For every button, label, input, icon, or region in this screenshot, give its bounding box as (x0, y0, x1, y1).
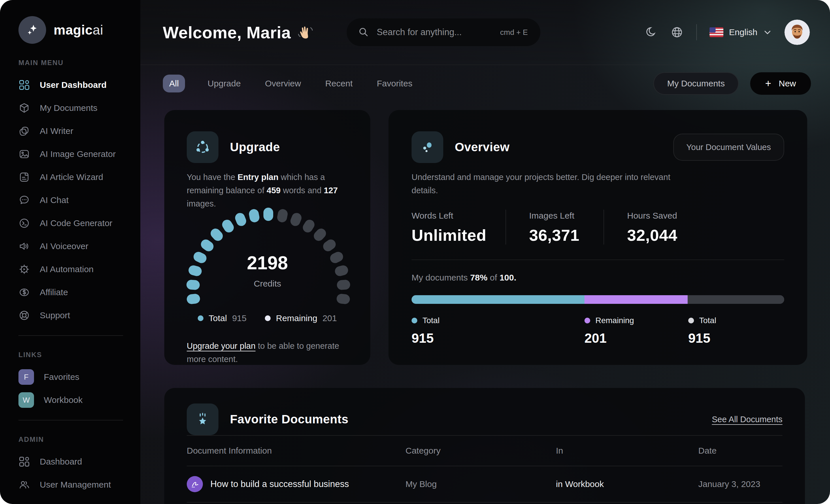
sidebar-item-workbook[interactable]: WWorkbook (19, 392, 124, 408)
article-icon (19, 171, 30, 183)
gauge-dot (312, 226, 328, 243)
tab-recent[interactable]: Recent (323, 75, 354, 93)
filter-tabs: AllUpgradeOverviewRecentFavorites (163, 75, 414, 93)
topbar: Welcome, Maria Search for anything... cm… (140, 0, 830, 65)
upgrade-plan-link[interactable]: Upgrade your plan (187, 341, 256, 350)
progress-title: My documents 78% of 100. (412, 273, 784, 282)
tab-all[interactable]: All (163, 75, 185, 93)
gauge-dot (289, 212, 303, 228)
my-documents-button[interactable]: My Documents (653, 72, 739, 95)
sidebar-item-ai-chat[interactable]: AI Chat (19, 192, 124, 208)
document-title[interactable]: How to build a successful business (211, 479, 349, 489)
favorites-card: Favorite Documents See All Documents Doc… (164, 388, 805, 504)
sidebar-section-label-admin: ADMIN (19, 435, 124, 443)
table-body: How to build a successful businessMy Blo… (187, 466, 783, 503)
globe-button[interactable] (670, 26, 683, 39)
topbar-actions: English (645, 20, 810, 45)
legend-dot (688, 318, 694, 324)
affiliate-dollar-icon (19, 287, 30, 298)
legend-value: 915 (232, 313, 247, 323)
see-all-documents-link[interactable]: See All Documents (712, 415, 783, 424)
table-row[interactable]: How to build a successful businessMy Blo… (187, 466, 783, 503)
sidebar-item-dashboard[interactable]: Dashboard (19, 453, 124, 470)
sidebar-item-user-dashboard[interactable]: User Dashboard (19, 77, 124, 93)
dashboard-grid-icon (19, 456, 30, 467)
stat-label: Words Left (412, 211, 506, 221)
search-input[interactable]: Search for anything... cmd + E (347, 19, 540, 46)
sidebar-item-label: User Dashboard (40, 80, 107, 90)
legend-label: Remaining (596, 316, 634, 325)
gauge-value: 2198 (187, 252, 348, 274)
gauge-dot (336, 293, 350, 304)
scatter-dots-icon (412, 131, 443, 163)
waving-hand-emoji (297, 24, 314, 41)
tabs-row: AllUpgradeOverviewRecentFavorites My Doc… (163, 72, 811, 95)
sidebar-item-ai-writer[interactable]: AI Writer (19, 123, 124, 139)
table-header-document-information: Document Information (187, 446, 406, 456)
dark-mode-toggle[interactable] (645, 26, 658, 39)
sidebar-item-label: AI Writer (40, 126, 73, 136)
sidebar-item-ai-automation[interactable]: AI Automation (19, 261, 124, 278)
progress-legend: Total915Remaining201Total915 (412, 316, 784, 354)
legend-value: 201 (322, 313, 337, 323)
upgrade-card-header: Upgrade (187, 131, 348, 163)
search-placeholder: Search for anything... (377, 27, 493, 37)
sidebar-item-ai-article-wizard[interactable]: AI Article Wizard (19, 169, 124, 186)
sidebar-item-favorites[interactable]: FFavorites (19, 369, 124, 385)
automation-icon (19, 264, 30, 275)
writer-icon (19, 125, 30, 137)
plus-icon: + (765, 78, 771, 89)
tab-overview[interactable]: Overview (263, 75, 302, 93)
stat-label: Images Left (529, 211, 604, 221)
brand-logo[interactable]: magicai (19, 16, 124, 44)
document-values-button[interactable]: Your Document Values (673, 134, 784, 161)
sidebar-item-my-documents[interactable]: My Documents (19, 100, 124, 116)
legend-dot (584, 318, 590, 324)
us-flag-icon (709, 27, 723, 37)
sidebar-item-user-management[interactable]: User Management (19, 476, 124, 493)
sidebar-item-label: Dashboard (40, 457, 82, 467)
brand-name: magicai (54, 22, 103, 38)
progress-segment-total (688, 295, 784, 304)
table-header-in: In (556, 446, 698, 456)
stat-value: 36,371 (529, 226, 604, 244)
sidebar-item-label: AI Code Generator (40, 218, 113, 228)
language-selector[interactable]: English (709, 27, 772, 37)
chat-icon (19, 194, 30, 206)
page-title: Welcome, Maria (163, 23, 314, 42)
sidebar-item-label: AI Voiceover (40, 241, 88, 251)
sidebar-item-ai-image-generator[interactable]: AI Image Generator (19, 146, 124, 162)
tab-upgrade[interactable]: Upgrade (206, 75, 243, 93)
sidebar-item-label: Support (40, 310, 70, 320)
sidebar-item-ai-voiceover[interactable]: AI Voiceover (19, 238, 124, 255)
sidebar-item-label: Affiliate (40, 288, 68, 297)
toolbar-actions: My Documents + New (653, 72, 811, 95)
sidebar-item-label: My Documents (40, 103, 97, 113)
sidebar-item-ai-code-generator[interactable]: AI Code Generator (19, 215, 124, 232)
sidebar-item-label: AI Chat (40, 195, 69, 205)
overview-description: Understand and manage your projects bett… (412, 170, 688, 197)
sidebar-item-label: AI Article Wizard (40, 172, 103, 182)
progress-legend-item-total-0: Total915 (412, 316, 440, 346)
sidebar-item-support[interactable]: Support (19, 307, 124, 324)
falling-star-icon (187, 403, 219, 435)
progress-legend-item-remaining-1: Remaining201 (584, 316, 634, 346)
table-header-row: Document InformationCategoryInDate (187, 436, 783, 466)
legend-label: Remaining (276, 313, 317, 323)
documents-progress-bar (412, 295, 784, 304)
legend-value: 915 (688, 330, 716, 346)
sidebar-item-affiliate[interactable]: Affiliate (19, 284, 124, 301)
stat-value: Unlimited (412, 226, 506, 244)
stat-words-left: Words LeftUnlimited (412, 210, 506, 244)
image-icon (19, 148, 30, 160)
progress-segment-total (412, 295, 584, 304)
document-category: My Blog (406, 479, 556, 489)
new-button[interactable]: + New (750, 72, 811, 95)
sidebar-section-label-main-menu: MAIN MENU (19, 59, 124, 67)
sidebar-divider (19, 420, 123, 421)
sidebar-item-label: Workbook (44, 395, 83, 405)
search-shortcut: cmd + E (500, 28, 528, 37)
user-avatar[interactable] (785, 20, 810, 45)
tab-favorites[interactable]: Favorites (375, 75, 414, 93)
gauge-dot (209, 226, 225, 243)
